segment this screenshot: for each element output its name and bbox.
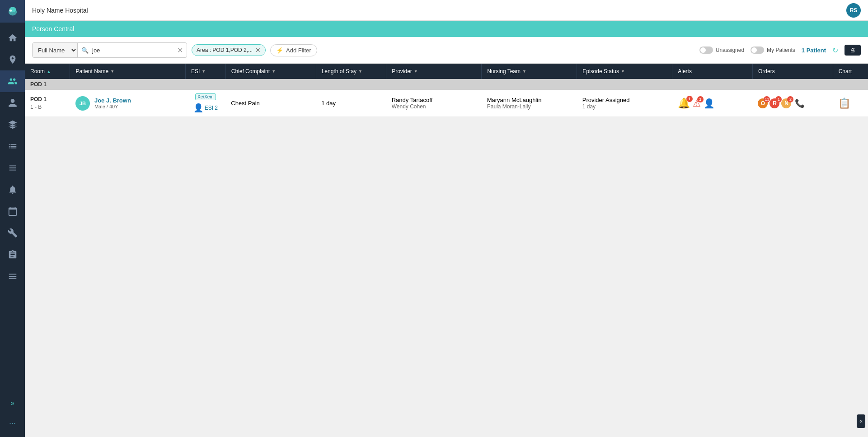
chart-icon[interactable]: 📋 — [838, 98, 850, 109]
person-alert-icon: 👤 — [704, 98, 715, 109]
sidebar-item-tools[interactable] — [0, 222, 25, 244]
provider-cell: Randy Tartacoff Wendy Cohen — [386, 90, 482, 117]
col-nursing-team[interactable]: Nursing Team ▼ — [482, 64, 577, 79]
col-nursing-team-label: Nursing Team — [487, 68, 521, 74]
esi-badge: 👤 ESI 2 — [193, 103, 218, 113]
col-room[interactable]: Room ▲ — [25, 64, 70, 79]
esi-person-icon: 👤 — [193, 103, 203, 113]
col-esi-label: ESI — [191, 68, 200, 74]
sidebar-item-groups[interactable] — [0, 114, 25, 135]
my-patients-toggle[interactable] — [751, 46, 764, 54]
patient-count: 1 Patient — [802, 47, 826, 54]
sidebar-expand[interactable]: » — [0, 392, 25, 414]
col-episode-status[interactable]: Episode Status ▼ — [577, 64, 672, 79]
room-sort-arrow: ▲ — [47, 69, 51, 74]
sidebar: » ··· — [0, 0, 25, 437]
bell-badge: 1 — [686, 96, 693, 102]
room-bed: 1 - B — [30, 103, 65, 111]
printer-icon: 🖨 — [850, 47, 855, 53]
chart-cell[interactable]: 📋 — [833, 90, 868, 117]
collapse-button[interactable]: « — [857, 414, 865, 428]
chief-complaint-dropdown: ▼ — [272, 69, 276, 74]
phone-icon: 📞 — [795, 98, 805, 108]
order-N-wrap[interactable]: N 2 — [781, 98, 791, 108]
col-chief-complaint-label: Chief Complaint — [231, 68, 270, 74]
search-type-select[interactable]: Full Name Last Name MRN DOB — [33, 43, 78, 57]
triangle-badge: 1 — [697, 96, 704, 102]
print-button[interactable]: 🖨 — [845, 45, 861, 56]
alerts-cell: 🔔 1 ⚠ 1 👤 — [672, 90, 753, 117]
nursing-team-dropdown: ▼ — [522, 69, 526, 74]
sub-header-title: Person Central — [32, 25, 74, 33]
orders-cell: O 13 R 1 N 2 📞 — [752, 90, 833, 117]
episode-duration: 1 day — [582, 103, 667, 110]
sidebar-item-reports[interactable] — [0, 244, 25, 265]
col-orders[interactable]: Orders — [752, 64, 833, 79]
length-of-stay-dropdown: ▼ — [358, 69, 362, 74]
unassigned-toggle[interactable] — [699, 46, 713, 54]
col-chief-complaint[interactable]: Chief Complaint ▼ — [225, 64, 316, 79]
patient-avatar: JB — [75, 96, 90, 111]
my-patients-toggle-group: My Patients — [751, 46, 795, 54]
col-patient-name[interactable]: Patient Name ▼ — [70, 64, 185, 79]
patient-name-link[interactable]: Joe J. Brown — [94, 97, 131, 104]
nursing-2: Paula Moran-Lally — [487, 103, 572, 110]
sidebar-item-tasks[interactable] — [0, 135, 25, 157]
main-content: Holy Name Hospital RS Person Central Ful… — [25, 0, 868, 437]
sidebar-item-home[interactable] — [0, 27, 25, 49]
col-esi[interactable]: ESI ▼ — [185, 64, 225, 79]
group-label-pod1: POD 1 — [25, 79, 868, 90]
chief-complaint-value: Chest Pain — [231, 100, 260, 107]
bell-alert-wrap[interactable]: 🔔 1 — [678, 98, 690, 109]
sidebar-item-person[interactable] — [0, 92, 25, 114]
search-container: Full Name Last Name MRN DOB 🔍 ✕ — [32, 42, 187, 58]
area-filter-remove[interactable]: ✕ — [255, 46, 261, 54]
svg-point-1 — [9, 9, 12, 12]
sidebar-item-orders[interactable] — [0, 157, 25, 179]
hospital-name: Holy Name Hospital — [32, 7, 88, 14]
order-O-wrap[interactable]: O 13 — [758, 98, 768, 108]
patient-table: Room ▲ Patient Name ▼ ESI ▼ — [25, 64, 868, 117]
toolbar: Full Name Last Name MRN DOB 🔍 ✕ Area : P… — [25, 37, 868, 64]
col-provider-label: Provider — [392, 68, 412, 74]
episode-status-cell: Provider Assigned 1 day — [577, 90, 672, 117]
refresh-icon[interactable]: ↻ — [832, 46, 838, 55]
room-cell: POD 1 1 - B — [25, 90, 70, 117]
sidebar-item-patients[interactable] — [0, 70, 25, 92]
table-header-row: Room ▲ Patient Name ▼ ESI ▼ — [25, 64, 868, 79]
patient-info: Joe J. Brown Male / 40Y — [94, 97, 131, 109]
provider-2: Wendy Cohen — [392, 103, 476, 110]
col-alerts[interactable]: Alerts — [672, 64, 753, 79]
sidebar-item-schedule[interactable] — [0, 200, 25, 222]
table-body: POD 1 POD 1 1 - B JB — [25, 79, 868, 117]
user-avatar[interactable]: RS — [846, 3, 861, 18]
add-filter-label: Add Filter — [286, 47, 311, 54]
sidebar-item-menu[interactable] — [0, 265, 25, 287]
order-O-count: 13 — [764, 96, 770, 102]
add-filter-button[interactable]: ⚡ Add Filter — [270, 44, 317, 56]
filter-icon: ⚡ — [276, 47, 283, 54]
group-header-pod1: POD 1 — [25, 79, 868, 90]
order-R-wrap[interactable]: R 1 — [769, 98, 779, 108]
col-patient-name-label: Patient Name — [75, 68, 108, 74]
order-N-count: 2 — [787, 96, 793, 102]
col-length-of-stay[interactable]: Length of Stay ▼ — [316, 64, 386, 79]
triangle-alert-wrap[interactable]: ⚠ 1 — [693, 98, 701, 109]
sidebar-nav — [0, 23, 25, 392]
nursing-1: Maryann McLaughlin — [487, 97, 572, 103]
sidebar-item-alerts[interactable] — [0, 179, 25, 200]
esi-level: ESI 2 — [205, 105, 218, 111]
length-of-stay-value: 1 day — [321, 100, 336, 107]
sidebar-item-location[interactable] — [0, 49, 25, 70]
chief-complaint-cell: Chest Pain — [225, 90, 316, 117]
toolbar-right: Unassigned My Patients 1 Patient ↻ 🖨 — [699, 45, 861, 56]
app-logo[interactable] — [0, 0, 25, 23]
search-input[interactable] — [92, 47, 174, 54]
esi-cell: Xe/Xem 👤 ESI 2 — [185, 90, 225, 117]
search-clear-button[interactable]: ✕ — [174, 46, 187, 55]
col-chart[interactable]: Chart — [833, 64, 868, 79]
col-room-label: Room — [30, 68, 45, 74]
sidebar-dots[interactable]: ··· — [5, 414, 20, 432]
sidebar-bottom: » ··· — [0, 392, 25, 437]
col-provider[interactable]: Provider ▼ — [386, 64, 482, 79]
